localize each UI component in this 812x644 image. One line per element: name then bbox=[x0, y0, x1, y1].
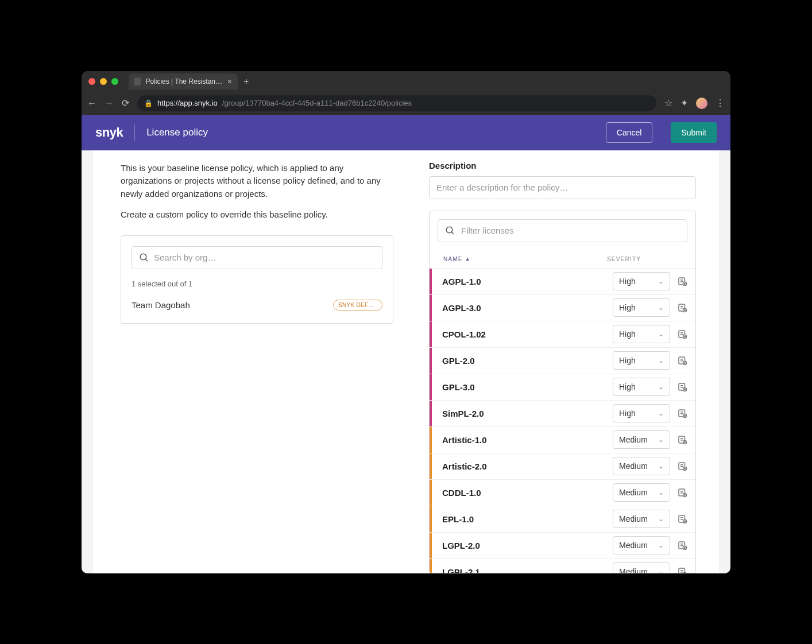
severity-select[interactable]: Medium ⌄ bbox=[613, 430, 670, 449]
license-name: CPOL-1.02 bbox=[442, 329, 613, 339]
close-tab-icon[interactable]: × bbox=[227, 77, 232, 86]
license-row: LGPL-2.0 Medium ⌄ bbox=[430, 532, 695, 558]
license-row: GPL-3.0 High ⌄ bbox=[430, 374, 695, 400]
severity-select[interactable]: Medium ⌄ bbox=[613, 510, 670, 528]
window-close-button[interactable] bbox=[88, 78, 95, 85]
svg-line-3 bbox=[451, 232, 454, 234]
description-input[interactable] bbox=[429, 176, 696, 199]
severity-select[interactable]: Medium ⌄ bbox=[613, 562, 670, 573]
license-row: Artistic-1.0 Medium ⌄ bbox=[430, 426, 695, 453]
back-button[interactable]: ← bbox=[87, 98, 96, 108]
browser-tab[interactable]: Policies | The Resistance | Sny × bbox=[129, 73, 238, 90]
severity-select[interactable]: High ⌄ bbox=[613, 298, 670, 317]
org-search-input[interactable] bbox=[154, 253, 375, 262]
org-row[interactable]: Team Dagobah SNYK DEFAUL… bbox=[132, 297, 382, 313]
add-instruction-icon[interactable] bbox=[677, 408, 687, 418]
star-icon[interactable]: ☆ bbox=[664, 98, 672, 108]
chevron-down-icon: ⌄ bbox=[658, 462, 664, 470]
col-severity-header[interactable]: SEVERITY bbox=[607, 256, 682, 262]
chevron-down-icon: ⌄ bbox=[658, 409, 664, 417]
logo-text: snyk bbox=[95, 125, 123, 140]
severity-select[interactable]: Medium ⌄ bbox=[613, 483, 670, 502]
chevron-down-icon: ⌄ bbox=[658, 515, 664, 523]
menu-icon[interactable]: ⋮ bbox=[716, 98, 725, 108]
forward-button[interactable]: → bbox=[105, 98, 114, 108]
app-header: snyk License policy Cancel Submit bbox=[82, 115, 730, 150]
severity-value: Medium bbox=[619, 514, 648, 523]
license-name: AGPL-3.0 bbox=[442, 303, 613, 313]
add-instruction-icon[interactable] bbox=[677, 514, 687, 524]
severity-bar bbox=[430, 480, 432, 506]
cancel-button[interactable]: Cancel bbox=[606, 122, 653, 143]
col-name-header[interactable]: NAME ▲ bbox=[443, 256, 607, 262]
favicon bbox=[134, 77, 141, 86]
svg-point-0 bbox=[140, 254, 146, 260]
severity-select[interactable]: High ⌄ bbox=[613, 272, 670, 290]
license-row: AGPL-1.0 High ⌄ bbox=[430, 268, 695, 294]
license-name: CDDL-1.0 bbox=[442, 488, 613, 498]
window-minimize-button[interactable] bbox=[100, 78, 107, 85]
severity-select[interactable]: High ⌄ bbox=[613, 404, 670, 422]
severity-select[interactable]: Medium ⌄ bbox=[613, 536, 670, 554]
license-name: GPL-2.0 bbox=[442, 356, 613, 366]
severity-select[interactable]: High ⌄ bbox=[613, 325, 670, 343]
new-tab-button[interactable]: + bbox=[243, 76, 249, 87]
severity-select[interactable]: Medium ⌄ bbox=[613, 457, 670, 475]
license-name: Artistic-1.0 bbox=[442, 435, 613, 445]
severity-bar bbox=[430, 295, 432, 321]
titlebar: Policies | The Resistance | Sny × + bbox=[82, 71, 730, 92]
address-bar[interactable]: 🔒 https://app.snyk.io/group/13770ba4-4cc… bbox=[137, 95, 656, 111]
severity-value: High bbox=[619, 277, 636, 286]
severity-select[interactable]: High ⌄ bbox=[613, 378, 670, 396]
license-filter-input[interactable] bbox=[461, 226, 680, 235]
severity-value: Medium bbox=[619, 435, 648, 444]
reload-button[interactable]: ⟳ bbox=[122, 98, 129, 108]
license-row: CDDL-1.0 Medium ⌄ bbox=[430, 479, 695, 506]
logo[interactable]: snyk bbox=[95, 125, 123, 140]
add-instruction-icon[interactable] bbox=[677, 276, 687, 286]
add-instruction-icon[interactable] bbox=[677, 434, 687, 445]
license-name: SimPL-2.0 bbox=[442, 409, 613, 418]
org-panel: 1 selected out of 1 Team Dagobah SNYK DE… bbox=[121, 235, 393, 324]
url-path: /group/13770ba4-4ccf-445d-a111-dad76b1c2… bbox=[222, 99, 412, 107]
svg-point-2 bbox=[446, 227, 453, 233]
add-instruction-icon[interactable] bbox=[677, 540, 687, 550]
add-instruction-icon[interactable] bbox=[677, 382, 687, 392]
license-list: AGPL-1.0 High ⌄ AGPL-3.0 High ⌄ CPOL-1.0… bbox=[430, 268, 695, 573]
license-row: EPL-1.0 Medium ⌄ bbox=[430, 506, 695, 532]
window-maximize-button[interactable] bbox=[111, 78, 118, 85]
severity-bar bbox=[430, 559, 432, 573]
chevron-down-icon: ⌄ bbox=[658, 277, 664, 285]
license-filter-field[interactable] bbox=[438, 219, 687, 242]
toolbar: ← → ⟳ 🔒 https://app.snyk.io/group/13770b… bbox=[82, 92, 730, 115]
license-row: LGPL-2.1 Medium ⌄ bbox=[430, 558, 695, 573]
add-instruction-icon[interactable] bbox=[677, 329, 687, 339]
severity-value: High bbox=[619, 303, 636, 312]
severity-bar bbox=[430, 348, 432, 374]
severity-value: High bbox=[619, 409, 636, 418]
extensions-icon[interactable]: ✦ bbox=[680, 98, 688, 108]
app: snyk License policy Cancel Submit This i… bbox=[82, 115, 730, 573]
table-head: NAME ▲ SEVERITY bbox=[430, 250, 695, 268]
url-host: https://app.snyk.io bbox=[157, 99, 218, 107]
add-instruction-icon[interactable] bbox=[677, 302, 687, 313]
add-instruction-icon[interactable] bbox=[677, 567, 687, 573]
profile-avatar[interactable] bbox=[696, 98, 707, 109]
search-icon bbox=[445, 226, 455, 236]
extension-icons: ☆ ✦ ⋮ bbox=[664, 98, 725, 109]
severity-bar bbox=[430, 269, 432, 294]
add-instruction-icon[interactable] bbox=[677, 355, 687, 366]
org-search-field[interactable] bbox=[132, 246, 382, 269]
add-instruction-icon[interactable] bbox=[677, 487, 687, 498]
submit-button[interactable]: Submit bbox=[671, 122, 717, 143]
severity-bar bbox=[430, 533, 432, 558]
severity-select[interactable]: High ⌄ bbox=[613, 351, 670, 370]
svg-line-1 bbox=[145, 259, 148, 261]
selected-count: 1 selected out of 1 bbox=[132, 280, 382, 288]
chevron-down-icon: ⌄ bbox=[658, 330, 664, 338]
license-row: Artistic-2.0 Medium ⌄ bbox=[430, 453, 695, 479]
add-instruction-icon[interactable] bbox=[677, 461, 687, 471]
severity-bar bbox=[430, 401, 432, 426]
license-name: LGPL-2.0 bbox=[442, 541, 613, 550]
default-badge: SNYK DEFAUL… bbox=[333, 300, 382, 311]
